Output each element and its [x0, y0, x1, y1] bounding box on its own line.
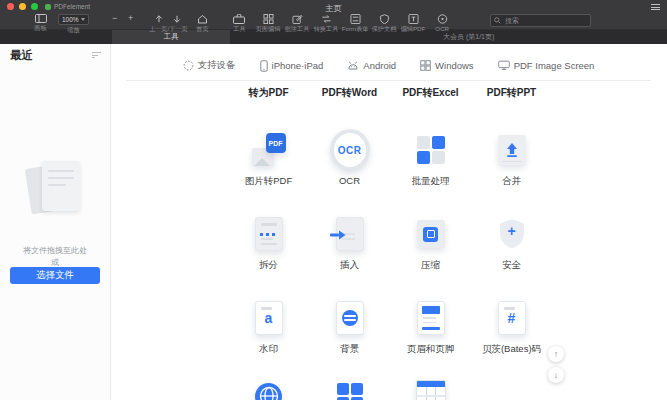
- hamburger-menu-icon[interactable]: [651, 4, 660, 12]
- zoom-in-button[interactable]: +: [128, 14, 133, 23]
- background-icon: [330, 298, 370, 338]
- search-icon: [494, 17, 501, 24]
- search-input[interactable]: [503, 16, 587, 25]
- tool-apps[interactable]: [309, 376, 390, 400]
- window-title: 主页: [0, 3, 667, 14]
- zoom-control[interactable]: 100% 缩放: [58, 14, 89, 35]
- toolbar-mode-group: 工具 页面编辑 批注工具: [225, 14, 456, 34]
- header-pdf-to-ppt[interactable]: PDF转PPT: [471, 86, 552, 100]
- bates-icon: #: [492, 298, 532, 338]
- next-page-icon[interactable]: [172, 14, 182, 24]
- previous-page-icon[interactable]: [154, 14, 164, 24]
- content: 最近 将文件拖拽至此处 或 选择文件 支持设备: [0, 43, 667, 400]
- tools-mode-button[interactable]: 工具: [225, 14, 253, 34]
- tool-empty-slot: [471, 376, 552, 400]
- swap-arrows-icon: [321, 14, 332, 24]
- titlebar: PDFelement 主页: [0, 0, 667, 13]
- form-lines-icon: [350, 14, 361, 24]
- tool-merge[interactable]: 合并: [471, 130, 552, 188]
- watermark-icon: a: [249, 298, 289, 338]
- pencil-square-icon: [292, 14, 303, 24]
- compress-icon: [411, 214, 451, 254]
- ocr-icon: OCR: [330, 130, 370, 170]
- tool-compress[interactable]: 压缩: [390, 214, 471, 272]
- merge-icon: [492, 130, 532, 170]
- home-icon: [197, 14, 208, 24]
- sidebar-title: 最近: [10, 48, 33, 63]
- form-mode-button[interactable]: Form表单: [341, 14, 369, 34]
- panel-icon: [35, 14, 47, 23]
- choose-file-button[interactable]: 选择文件: [10, 267, 100, 284]
- tool-ocr[interactable]: OCR OCR: [309, 130, 390, 188]
- convert-mode-button[interactable]: 转换工具: [312, 14, 340, 34]
- batch-grid-icon: [411, 130, 451, 170]
- search-box[interactable]: [490, 14, 591, 27]
- tool-translate[interactable]: [228, 376, 309, 400]
- screen-icon: [498, 60, 510, 71]
- recent-sidebar: 最近 将文件拖拽至此处 或 选择文件: [0, 43, 111, 400]
- tool-table-extract[interactable]: [390, 376, 471, 400]
- phone-icon: [260, 60, 268, 72]
- zoom-value: 100%: [62, 16, 79, 23]
- tab-supported-devices[interactable]: 支持设备: [183, 59, 236, 72]
- first-page-button[interactable]: 首页: [196, 14, 209, 34]
- platform-tabs: 支持设备 iPhone·iPad: [110, 59, 667, 72]
- tool-image-to-pdf[interactable]: PDF 图片转PDF: [228, 130, 309, 188]
- page-nav-control: 上一页/下一页: [148, 14, 189, 34]
- table-icon: [411, 376, 451, 400]
- tab-windows[interactable]: Windows: [420, 59, 474, 72]
- security-shield-icon: +: [492, 214, 532, 254]
- empty-state-illustration: [26, 158, 84, 218]
- tools-row-3: a 水印 背景: [228, 298, 552, 356]
- convert-header-row: 转为PDF PDF转Word PDF转Excel PDF转PPT: [228, 86, 552, 100]
- image-to-pdf-icon: PDF: [249, 130, 289, 170]
- panel-toggle-button[interactable]: 面板: [34, 14, 47, 33]
- insert-icon: [330, 214, 370, 254]
- sort-icon[interactable]: [92, 52, 101, 60]
- protect-mode-button[interactable]: 保护文档: [370, 14, 398, 34]
- edit-pdf-mode-button[interactable]: 编辑PDF: [399, 14, 427, 34]
- annotate-mode-button[interactable]: 批注工具: [283, 14, 311, 34]
- toolbox-icon: [233, 14, 245, 24]
- split-icon: [249, 214, 289, 254]
- header-footer-icon: [411, 298, 451, 338]
- tab-image-screen[interactable]: PDF Image Screen: [498, 59, 595, 72]
- tab-android[interactable]: Android: [347, 59, 396, 72]
- pages-grid-icon: [263, 14, 274, 24]
- windows-icon: [420, 60, 431, 71]
- devices-circle-icon: [183, 60, 194, 71]
- header-pdf-to-excel[interactable]: PDF转Excel: [390, 86, 471, 100]
- tool-watermark[interactable]: a 水印: [228, 298, 309, 356]
- scroll-up-button[interactable]: ↑: [548, 346, 564, 362]
- tools-row-1: PDF 图片转PDF OCR OCR 批量处理: [228, 130, 552, 188]
- arrow-down-icon: ↓: [554, 370, 559, 380]
- tools-row-2: 拆分 插入: [228, 214, 552, 272]
- app-window: PDFelement 主页 面板 100% 缩放 − +: [0, 0, 667, 400]
- ocr-mode-button[interactable]: OCR: [428, 14, 456, 34]
- ocr-circle-icon: [437, 14, 448, 24]
- toolbar: 面板 100% 缩放 − + 上一页/下一页: [0, 13, 667, 29]
- tools-row-4: [228, 376, 552, 400]
- tool-split[interactable]: 拆分: [228, 214, 309, 272]
- zoom-out-button[interactable]: −: [112, 14, 117, 23]
- page-edit-mode-button[interactable]: 页面编辑: [254, 14, 282, 34]
- tool-batch-process[interactable]: 批量处理: [390, 130, 471, 188]
- shield-icon: [379, 14, 390, 24]
- tool-security[interactable]: + 安全: [471, 214, 552, 272]
- chevron-down-icon: [81, 18, 85, 21]
- scroll-down-button[interactable]: ↓: [548, 367, 564, 383]
- arrow-up-icon: ↑: [554, 349, 559, 359]
- tab-iphone-ipad[interactable]: iPhone·iPad: [260, 59, 324, 72]
- tool-bates-numbering[interactable]: # 贝茨(Bates)码: [471, 298, 552, 356]
- tool-header-footer[interactable]: 页眉和页脚: [390, 298, 471, 356]
- tool-background[interactable]: 背景: [309, 298, 390, 356]
- apps-grid-icon: [330, 376, 370, 400]
- section-divider: [126, 80, 651, 81]
- globe-icon: [249, 376, 289, 400]
- tool-insert[interactable]: 插入: [309, 214, 390, 272]
- header-pdf-to-word[interactable]: PDF转Word: [309, 86, 390, 100]
- edit-text-icon: [408, 14, 419, 24]
- zoom-dropdown[interactable]: 100%: [58, 14, 89, 25]
- header-to-pdf[interactable]: 转为PDF: [228, 86, 309, 100]
- drop-hint-text: 将文件拖拽至此处: [0, 245, 110, 256]
